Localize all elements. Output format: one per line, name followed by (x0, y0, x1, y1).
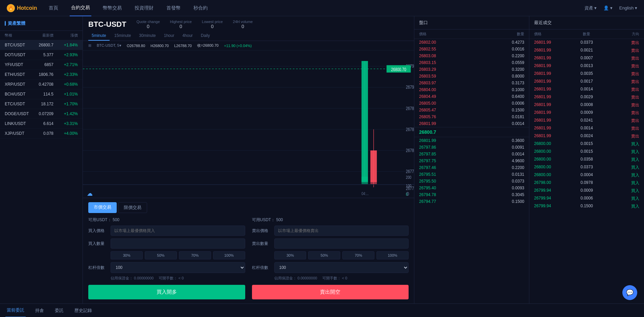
tab-market-trade[interactable]: 市價交易 (88, 202, 117, 213)
svg-rect-15 (362, 61, 368, 182)
table-row[interactable]: 26805.00 0.0006 (414, 100, 529, 107)
table-row[interactable]: 26802.55 0.0016 (414, 46, 529, 52)
chart-high: H26800.70 (151, 44, 169, 48)
t-price: 26799.94 (534, 196, 569, 202)
buy-50pct[interactable]: 50% (145, 251, 177, 259)
t-price: 26799.94 (534, 204, 569, 209)
table-row[interactable]: 26802.00 0.4273 (414, 39, 529, 46)
table-row[interactable]: 26794.77 0.1500 (414, 198, 529, 205)
buy-leverage-select[interactable]: 100 50 20 10 (111, 262, 245, 273)
nav-contract[interactable]: 合約交易 (70, 0, 91, 16)
table-row[interactable]: 26795.40 0.0093 (414, 185, 529, 191)
language-button[interactable]: English ▾ (619, 5, 637, 10)
table-row[interactable]: 26795.50 0.0373 (414, 178, 529, 185)
table-row[interactable]: 26803.08 0.2200 (414, 52, 529, 59)
logo[interactable]: 🔥 Hotcoin (7, 4, 37, 12)
pair-title: BTC-USDT (88, 20, 126, 29)
t-price: 26801.99 (534, 118, 569, 124)
nav-flash[interactable]: 秒合約 (192, 0, 209, 16)
table-row[interactable]: 26803.29 0.3200 (414, 66, 529, 73)
chart-pair-label[interactable]: BTC-USDT, 5▾ (97, 43, 121, 48)
table-row[interactable]: 26794.78 0.3045 (414, 191, 529, 198)
list-item[interactable]: ETC/USDT 18.172 +1.70% (0, 99, 83, 109)
sell-balance-value: 500 (276, 217, 283, 222)
buy-30pct[interactable]: 30% (111, 251, 143, 259)
tf-daily[interactable]: Daily (198, 31, 213, 41)
tf-4h[interactable]: 4hour (179, 31, 196, 41)
t-dir: 賣出 (604, 110, 639, 116)
list-item[interactable]: YFI/USDT 6857 +2.71% (0, 60, 83, 70)
table-row[interactable]: 26801.99 0.3600 (414, 137, 529, 144)
table-row[interactable]: 26797.75 4.9600 (414, 157, 529, 164)
t-dir: 賣出 (604, 102, 639, 108)
table-row[interactable]: 26803.59 0.8000 (414, 73, 529, 80)
sell-margin-info: 佔用保證金： 0.00000000 可開手數： < 0 (252, 276, 409, 281)
table-row[interactable]: 26795.51 0.0131 (414, 171, 529, 178)
sell-qty-input[interactable] (274, 238, 409, 249)
coin-change: +2.33% (53, 72, 78, 77)
tf-30min[interactable]: 30minute (136, 31, 159, 41)
t-qty: 0.0009 (569, 110, 604, 116)
bottom-tab-orders[interactable]: 委託 (53, 304, 65, 317)
tf-5min[interactable]: 5minute (88, 31, 110, 41)
t-qty: 0.0013 (569, 63, 604, 69)
sidebar-table-header: 幣種 最新價 漲價 (0, 31, 83, 40)
table-row[interactable]: 26803.15 0.0559 (414, 59, 529, 66)
sell-50pct[interactable]: 50% (308, 251, 340, 259)
buy-price-input[interactable] (111, 226, 245, 236)
list-item[interactable]: XJP/USDT 0.078 +4.00% (0, 129, 83, 139)
ob-sell-qty: 0.3200 (472, 67, 525, 72)
bottom-tab-current[interactable]: 當前委託 (5, 304, 26, 317)
sell-leverage-select[interactable]: 100 50 20 10 (274, 262, 409, 273)
table-row: 26801.99 0.0007 賣出 (529, 55, 644, 62)
list-item[interactable]: BCH/USDT 114.5 +1.01% (0, 89, 83, 99)
list-item[interactable]: DOGE/USDT 0.07209 +1.42% (0, 109, 83, 119)
table-row[interactable]: 26801.99 0.0014 (414, 120, 529, 127)
ob-header: 盤口 (414, 16, 529, 29)
table-row[interactable]: 26797.46 0.2200 (414, 164, 529, 171)
tf-15min[interactable]: 15minute (111, 31, 134, 41)
list-item[interactable]: DOT/USDT 5.377 +2.93% (0, 50, 83, 60)
nav-home[interactable]: 首頁 (47, 0, 60, 16)
table-row[interactable]: 26804.00 0.1000 (414, 86, 529, 93)
table-row[interactable]: 26804.49 0.6400 (414, 93, 529, 100)
table-row[interactable]: 26805.47 0.1500 (414, 107, 529, 113)
assets-button[interactable]: 資產 ▾ (584, 5, 597, 11)
list-item[interactable]: LINK/USDT 6.614 +3.31% (0, 119, 83, 129)
chat-bubble[interactable]: 💬 (622, 285, 637, 300)
list-item[interactable]: ETH/USDT 1806.76 +2.33% (0, 70, 83, 80)
nav-spot[interactable]: 幣幣交易 (101, 0, 123, 16)
table-row[interactable]: 26797.85 0.0014 (414, 151, 529, 157)
table-row[interactable]: 26797.86 0.0091 (414, 144, 529, 151)
ob-sell-price: 26805.00 (419, 101, 472, 106)
bottom-tab-history[interactable]: 歷史記錄 (73, 304, 93, 317)
buy-100pct[interactable]: 100% (213, 251, 245, 259)
nav-finance[interactable]: 投資理財 (133, 0, 155, 16)
sell-100pct[interactable]: 100% (376, 251, 409, 259)
list-item[interactable]: XRP/USDT 0.42708 +0.68% (0, 80, 83, 89)
coin-price: 0.07209 (29, 111, 53, 116)
table-row: 26800.00 0.0373 買入 (529, 164, 644, 171)
coin-name: BCH/USDT (5, 92, 29, 97)
sell-30pct[interactable]: 30% (274, 251, 306, 259)
tf-1h[interactable]: 1hour (160, 31, 178, 41)
user-button[interactable]: 👤 ▾ (603, 5, 613, 10)
buy-open-button[interactable]: 買入開多 (88, 285, 245, 299)
bottom-tab-positions[interactable]: 持倉 (34, 304, 45, 317)
sell-70pct[interactable]: 70% (342, 251, 374, 259)
table-row[interactable]: 26803.97 0.3173 (414, 80, 529, 86)
tab-limit-trade[interactable]: 限價交易 (118, 202, 147, 213)
table-row[interactable]: 26805.76 0.0181 (414, 113, 529, 120)
sell-open-button[interactable]: 賣出開空 (252, 285, 409, 299)
table-row: 26801.99 0.0021 賣出 (529, 47, 644, 55)
t-price: 26801.99 (534, 48, 569, 54)
sell-price-input[interactable] (274, 226, 409, 236)
buy-70pct[interactable]: 70% (179, 251, 211, 259)
buy-qty-input[interactable] (111, 238, 245, 249)
list-item[interactable]: BTC/USDT 26800.7 +1.84% (0, 40, 83, 50)
nav-launch[interactable]: 首發幣 (165, 0, 182, 16)
t-price: 26800.00 (534, 141, 569, 147)
t-dir: 賣出 (604, 79, 639, 85)
buy-leverage-label: 杠杆倍數 (88, 265, 107, 271)
sidebar-bar (5, 21, 6, 26)
